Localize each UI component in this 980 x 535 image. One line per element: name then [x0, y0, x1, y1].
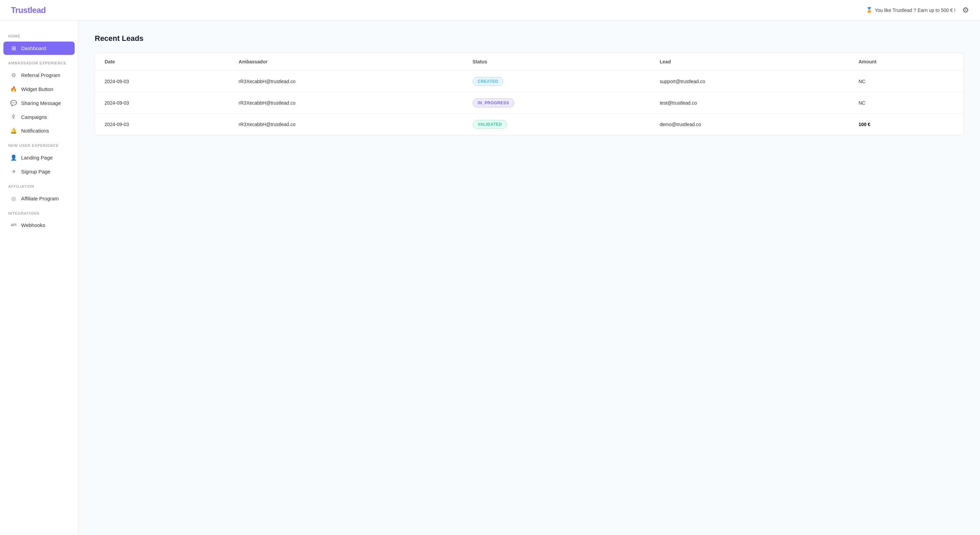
sidebar-section-ambassador: AMBASSADOR EXPERIENCE [0, 56, 78, 68]
sidebar-item-sharing-message[interactable]: 💬 Sharing Message [3, 96, 75, 110]
col-status: Status [463, 53, 650, 71]
app-body: HOME ⊞ Dashboard AMBASSADOR EXPERIENCE ⚙… [0, 21, 980, 535]
affiliate-icon: ◎ [10, 195, 17, 202]
sharing-icon: 💬 [10, 100, 17, 106]
table-header-row: Date Ambassador Status Lead Amount [95, 53, 963, 71]
sidebar-item-affiliate-program[interactable]: ◎ Affiliate Program [3, 192, 75, 205]
sidebar-label-widget-button: Widget Button [21, 86, 53, 92]
sidebar-label-sharing-message: Sharing Message [21, 100, 61, 106]
cell-lead: test@trustlead.co [650, 92, 849, 114]
sidebar-item-notifications[interactable]: 🔔 Notifications [3, 124, 75, 137]
cell-status: IN_PROGRESS [463, 92, 650, 114]
dashboard-icon: ⊞ [10, 45, 17, 51]
webhooks-icon: API [10, 223, 17, 227]
logo-part1: Trust [11, 5, 30, 15]
main-content: Recent Leads Date Ambassador Status Lead… [78, 21, 980, 535]
sidebar-section-new-user: NEW USER EXPERIENCE [0, 138, 78, 150]
notifications-icon: 🔔 [10, 127, 17, 134]
earn-text: You like Trustlead ? Earn up to 500 € ! [875, 8, 956, 13]
cell-ambassador: rR3XecabbH@trustlead.co [229, 92, 463, 114]
sidebar-item-webhooks[interactable]: API Webhooks [3, 219, 75, 231]
sidebar: HOME ⊞ Dashboard AMBASSADOR EXPERIENCE ⚙… [0, 21, 78, 535]
cell-lead: demo@trustlead.co [650, 114, 849, 135]
sidebar-item-signup-page[interactable]: ✈ Signup Page [3, 165, 75, 178]
col-ambassador: Ambassador [229, 53, 463, 71]
sidebar-label-affiliate-program: Affiliate Program [21, 196, 59, 201]
status-badge: IN_PROGRESS [473, 99, 514, 107]
sidebar-section-affiliation: AFFILIATION [0, 179, 78, 191]
table-row: 2024-09-03 rR3XecabbH@trustlead.co VALID… [95, 114, 963, 135]
page-title: Recent Leads [95, 34, 964, 43]
cell-ambassador: rR3XecabbH@trustlead.co [229, 114, 463, 135]
amount-value: 100 € [858, 122, 870, 127]
signup-icon: ✈ [10, 168, 17, 175]
sidebar-item-referral-program[interactable]: ⚙ Referral Program [3, 68, 75, 82]
cell-amount: NC [849, 92, 963, 114]
cell-lead: support@trustlead.co [650, 71, 849, 92]
sidebar-item-widget-button[interactable]: 🔥 Widget Button [3, 83, 75, 96]
widget-icon: 🔥 [10, 86, 17, 92]
sidebar-section-home: HOME [0, 29, 78, 41]
landing-icon: 👤 [10, 154, 17, 161]
logo: Trustlead [11, 5, 46, 15]
sidebar-label-campaigns: Campaigns [21, 114, 47, 120]
amount-value: NC [858, 100, 865, 106]
cell-status: VALIDATED [463, 114, 650, 135]
top-header: Trustlead 🏅 You like Trustlead ? Earn up… [0, 0, 980, 21]
sidebar-label-webhooks: Webhooks [21, 222, 45, 228]
leads-table-card: Date Ambassador Status Lead Amount 2024-… [95, 53, 964, 135]
status-badge: CREATED [473, 77, 504, 86]
sidebar-label-landing-page: Landing Page [21, 155, 53, 161]
gear-icon: ⚙ [962, 6, 969, 15]
sidebar-label-dashboard: Dashboard [21, 45, 46, 51]
sidebar-label-notifications: Notifications [21, 128, 49, 134]
cell-date: 2024-09-03 [95, 71, 229, 92]
col-date: Date [95, 53, 229, 71]
sidebar-label-referral-program: Referral Program [21, 72, 60, 78]
referral-icon: ⚙ [10, 72, 17, 78]
sidebar-item-landing-page[interactable]: 👤 Landing Page [3, 151, 75, 164]
sidebar-section-integrations: INTEGRATIONS [0, 206, 78, 218]
header-right: 🏅 You like Trustlead ? Earn up to 500 € … [866, 6, 969, 15]
settings-button[interactable]: ⚙ [962, 6, 969, 15]
cell-amount: 100 € [849, 114, 963, 135]
campaigns-icon: 🎙 [10, 114, 17, 120]
medal-icon: 🏅 [866, 7, 873, 13]
col-lead: Lead [650, 53, 849, 71]
earn-banner: 🏅 You like Trustlead ? Earn up to 500 € … [866, 7, 956, 13]
col-amount: Amount [849, 53, 963, 71]
cell-date: 2024-09-03 [95, 92, 229, 114]
sidebar-item-campaigns[interactable]: 🎙 Campaigns [3, 110, 75, 123]
sidebar-item-dashboard[interactable]: ⊞ Dashboard [3, 41, 75, 55]
cell-status: CREATED [463, 71, 650, 92]
amount-value: NC [858, 79, 865, 84]
table-row: 2024-09-03 rR3XecabbH@trustlead.co IN_PR… [95, 92, 963, 114]
status-badge: VALIDATED [473, 120, 507, 129]
cell-date: 2024-09-03 [95, 114, 229, 135]
leads-table: Date Ambassador Status Lead Amount 2024-… [95, 53, 963, 135]
sidebar-label-signup-page: Signup Page [21, 169, 51, 175]
cell-amount: NC [849, 71, 963, 92]
cell-ambassador: rR3XecabbH@trustlead.co [229, 71, 463, 92]
logo-part2: lead [30, 5, 46, 15]
table-row: 2024-09-03 rR3XecabbH@trustlead.co CREAT… [95, 71, 963, 92]
